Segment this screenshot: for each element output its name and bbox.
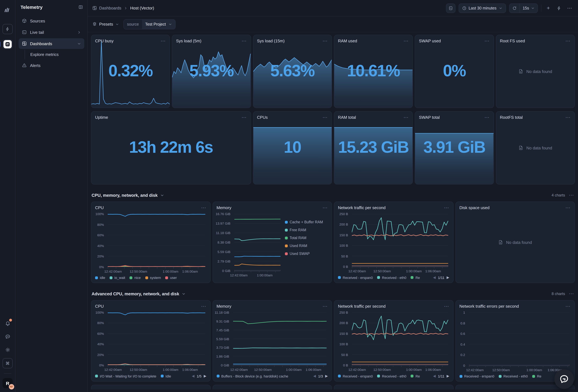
- chat-launcher-button[interactable]: [554, 369, 574, 389]
- breadcrumb-chevron-icon: [124, 6, 128, 10]
- chart-card: Network traffic per second ⋯ 250 B200 B1…: [334, 201, 453, 283]
- sidebar-item-live-tail[interactable]: Live tail: [19, 27, 84, 38]
- legend-item[interactable]: system: [145, 276, 161, 280]
- section-menu-button[interactable]: ⋯: [569, 293, 574, 295]
- pager-next-icon[interactable]: ▶: [204, 374, 206, 378]
- stat-card: RAM total ⋯ 15.23 GiB: [334, 111, 413, 185]
- console-button[interactable]: [446, 3, 455, 13]
- breadcrumb-dashboards[interactable]: Dashboards: [92, 6, 121, 10]
- legend-item[interactable]: idle: [95, 276, 105, 280]
- section-collapse-chevron-icon[interactable]: [182, 292, 186, 296]
- legend-item[interactable]: Cache + Buffer RAM: [285, 220, 328, 224]
- card-menu-button[interactable]: ⋯: [444, 305, 449, 307]
- legend-item[interactable]: Buffers - Block device (e.g. harddisk) c…: [217, 374, 288, 378]
- pager-next-icon[interactable]: ▶: [447, 275, 449, 280]
- x-tick-label: 12:50:00am: [254, 368, 272, 371]
- y-tick-label: 0.4: [461, 343, 465, 346]
- card-menu-button[interactable]: ⋯: [403, 40, 409, 42]
- quickstart-icon[interactable]: [2, 24, 13, 34]
- legend-item[interactable]: user: [165, 276, 177, 280]
- chart-legend: I/O Wait - Waiting for I/O to completeId…: [91, 372, 210, 381]
- rail-item-telemetry-active[interactable]: [2, 39, 13, 49]
- time-range-picker[interactable]: Last 30 minutes: [458, 3, 506, 13]
- legend-item[interactable]: Received - erspan0: [459, 374, 494, 378]
- source-filter[interactable]: source Test Project: [124, 19, 176, 29]
- card-menu-button[interactable]: ⋯: [444, 206, 449, 209]
- pager-next-icon[interactable]: ▶: [447, 374, 449, 378]
- section-menu-button[interactable]: ⋯: [569, 194, 574, 196]
- pager-prev-icon[interactable]: ◀: [313, 374, 316, 378]
- legend-item[interactable]: Used RAM: [285, 244, 328, 248]
- command-menu-icon[interactable]: ⌘: [2, 358, 13, 368]
- legend-item[interactable]: io_wait: [110, 276, 125, 280]
- card-menu-button[interactable]: ⋯: [323, 40, 328, 42]
- source-filter-value: Test Project: [145, 22, 166, 26]
- card-menu-button[interactable]: ⋯: [241, 116, 247, 119]
- workspace-avatar[interactable]: R NF: [2, 378, 13, 388]
- card-menu-button[interactable]: ⋯: [403, 116, 409, 119]
- presets-button[interactable]: Presets: [92, 22, 119, 27]
- feedback-chat-icon[interactable]: [3, 332, 12, 341]
- notifications-bell-icon[interactable]: [3, 318, 12, 328]
- sidebar-item-explore-metrics[interactable]: Explore metrics: [27, 49, 84, 59]
- card-menu-button[interactable]: ⋯: [323, 116, 328, 119]
- card-menu-button[interactable]: ⋯: [323, 305, 328, 307]
- section-header: CPU, memory, network, and disk 4 charts …: [92, 192, 574, 198]
- legend-item[interactable]: Received - erspan0: [338, 374, 373, 378]
- legend-item[interactable]: Received - eth0: [377, 276, 406, 279]
- refresh-button[interactable]: [509, 4, 520, 12]
- card-menu-button[interactable]: ⋯: [484, 40, 490, 42]
- legend-item[interactable]: Received - eth0: [377, 374, 406, 378]
- card-menu-button[interactable]: ⋯: [565, 40, 571, 42]
- x-axis-ticks: [108, 267, 205, 268]
- card-menu-button[interactable]: ⋯: [565, 305, 571, 307]
- legend-item[interactable]: Idle: [161, 374, 171, 378]
- next-row-peek: [91, 385, 575, 390]
- legend-item[interactable]: Received - erspan0: [338, 276, 373, 279]
- more-options-button[interactable]: ⋯: [566, 3, 574, 13]
- card-menu-button[interactable]: ⋯: [241, 40, 247, 42]
- refresh-interval-select[interactable]: 15s: [520, 4, 537, 12]
- legend-item[interactable]: Re: [532, 374, 541, 378]
- x-axis-baseline: [233, 365, 327, 366]
- section-collapse-chevron-icon[interactable]: [160, 193, 164, 197]
- y-tick-label: 9.31 GiB: [216, 319, 229, 323]
- stat-card: Root FS used ⋯ No data found: [496, 35, 575, 108]
- pager-prev-icon[interactable]: ◀: [433, 374, 436, 378]
- chart-title: Memory: [217, 304, 231, 309]
- legend-item[interactable]: Free RAM: [285, 228, 328, 232]
- sidebar-item-dashboards[interactable]: Dashboards: [19, 38, 84, 49]
- legend-item[interactable]: Re: [411, 276, 420, 279]
- sidebar-item-alerts[interactable]: Alerts: [19, 60, 84, 71]
- legend-item[interactable]: Received - eth0: [499, 374, 528, 378]
- card-menu-button[interactable]: ⋯: [201, 206, 206, 209]
- sidebar-collapse-icon[interactable]: [78, 5, 83, 9]
- legend-item[interactable]: Total RAM: [285, 236, 328, 240]
- theme-toggle-sun-icon[interactable]: [3, 345, 12, 354]
- card-menu-button[interactable]: ⋯: [201, 305, 206, 307]
- brand-logo[interactable]: [3, 5, 12, 14]
- add-chart-button[interactable]: +: [544, 3, 552, 13]
- x-tick-label: 12:42:00am: [104, 269, 122, 273]
- legend-item[interactable]: Re: [411, 374, 420, 378]
- y-tick-label: 0.8: [461, 321, 465, 325]
- card-menu-button[interactable]: ⋯: [323, 206, 328, 209]
- card-menu-button[interactable]: ⋯: [484, 116, 490, 119]
- refresh-control: 15s: [509, 3, 538, 13]
- pager-next-icon[interactable]: ▶: [325, 374, 328, 378]
- chevron-down-icon: [77, 42, 81, 46]
- pager-prev-icon[interactable]: ◀: [433, 275, 436, 280]
- legend-item[interactable]: I/O Wait - Waiting for I/O to complete: [95, 374, 156, 378]
- legend-item[interactable]: Used SWAP: [285, 252, 328, 255]
- card-menu-button[interactable]: ⋯: [565, 116, 571, 119]
- legend-label: I/O Wait - Waiting for I/O to complete: [100, 374, 156, 378]
- legend-item[interactable]: nice: [130, 276, 141, 280]
- x-tick-label: 1:00:00am: [286, 368, 302, 371]
- quick-actions-button[interactable]: [555, 3, 563, 13]
- card-menu-button[interactable]: ⋯: [161, 40, 166, 42]
- sidebar-item-sources[interactable]: Sources: [19, 15, 84, 26]
- chart-card: Network traffic errors per second ⋯ 10.8…: [455, 300, 575, 382]
- chart-title: Memory: [217, 205, 231, 210]
- card-menu-button[interactable]: ⋯: [565, 206, 571, 209]
- pager-prev-icon[interactable]: ◀: [192, 374, 194, 378]
